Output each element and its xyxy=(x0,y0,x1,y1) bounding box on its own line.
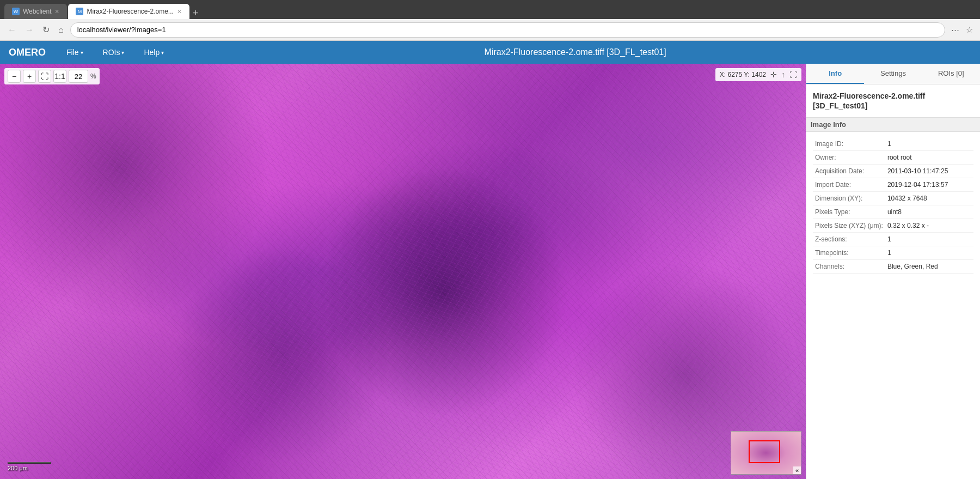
new-tab-button[interactable]: + xyxy=(193,8,199,19)
info-row: Pixels Type: uint8 xyxy=(813,205,973,219)
home-button[interactable]: ⌂ xyxy=(56,23,66,37)
nav-help-menu[interactable]: Help ▾ xyxy=(139,46,168,59)
back-button[interactable]: ← xyxy=(5,23,19,37)
panel-tabs: Info Settings ROIs [0] xyxy=(806,64,980,84)
app-navbar: OMERO File ▾ ROIs ▾ Help ▾ Mirax2-Fluore… xyxy=(0,41,980,64)
info-label-5: Pixels Type: xyxy=(813,205,885,219)
tab-close-iviewer[interactable]: ✕ xyxy=(177,8,182,15)
coord-display: X: 6275 Y: 1402 ✛ ↑ ⛶ xyxy=(715,68,801,81)
info-row: Timepoints: 1 xyxy=(813,246,973,260)
tab-info-label: Info xyxy=(829,69,842,77)
panel-content: Mirax2-Fluorescence-2.ome.tiff [3D_FL_te… xyxy=(806,84,980,479)
info-label-4: Dimension (XY): xyxy=(813,192,885,205)
info-row: Owner: root root xyxy=(813,151,973,165)
info-value-6: 0.32 x 0.32 x - xyxy=(885,219,973,233)
reload-button[interactable]: ↻ xyxy=(40,22,52,37)
nav-rois-label: ROIs xyxy=(103,48,120,57)
viewer-area[interactable]: − + ⛶ 1:1 % X: 6275 Y: 1402 ✛ ↑ ⛶ 200 μm xyxy=(0,64,806,479)
info-table: Image ID: 1 Owner: root root Acquisition… xyxy=(813,137,973,274)
info-label-2: Acquisition Date: xyxy=(813,165,885,178)
nav-file-menu[interactable]: File ▾ xyxy=(62,46,88,59)
info-value-8: 1 xyxy=(885,246,973,260)
tab-rois[interactable]: ROIs [0] xyxy=(922,64,980,84)
coord-text: X: 6275 Y: 1402 xyxy=(720,71,766,78)
app-logo: OMERO xyxy=(9,47,46,58)
app-title: Mirax2-Fluorescence-2.ome.tiff [3D_FL_te… xyxy=(179,47,971,57)
browser-tab-webclient[interactable]: W Webclient ✕ xyxy=(4,4,67,19)
scale-bar-label: 200 μm xyxy=(8,465,28,471)
info-value-7: 1 xyxy=(885,233,973,246)
arrow-up-icon[interactable]: ↑ xyxy=(781,70,785,79)
info-row: Channels: Blue, Green, Red xyxy=(813,260,973,274)
browser-tabs: W Webclient ✕ M Mirax2-Fluorescence-2.om… xyxy=(4,0,198,19)
info-label-7: Z-sections: xyxy=(813,233,885,246)
tab-rois-label: ROIs [0] xyxy=(938,69,964,77)
info-value-3: 2019-12-04 17:13:57 xyxy=(885,178,973,192)
info-label-6: Pixels Size (XYZ) (μm): xyxy=(813,219,885,233)
info-row: Import Date: 2019-12-04 17:13:57 xyxy=(813,178,973,192)
nav-rois-arrow: ▾ xyxy=(121,50,124,56)
nav-help-label: Help xyxy=(144,48,160,57)
info-label-1: Owner: xyxy=(813,151,885,165)
info-value-1: root root xyxy=(885,151,973,165)
info-value-0: 1 xyxy=(885,137,973,151)
minimap-viewport xyxy=(749,440,780,464)
fit-button[interactable]: ⛶ xyxy=(38,70,51,83)
info-label-0: Image ID: xyxy=(813,137,885,151)
info-value-5: uint8 xyxy=(885,205,973,219)
tab-favicon-webclient: W xyxy=(12,8,20,15)
info-label-3: Import Date: xyxy=(813,178,885,192)
tab-settings-label: Settings xyxy=(880,69,906,77)
tab-info[interactable]: Info xyxy=(806,64,864,84)
info-row: Z-sections: 1 xyxy=(813,233,973,246)
address-bar-row: ← → ↻ ⌂ ⋯ ☆ xyxy=(0,19,980,41)
minimap-collapse-button[interactable]: « xyxy=(793,466,801,474)
forward-button[interactable]: → xyxy=(23,23,36,37)
nav-rois-menu[interactable]: ROIs ▾ xyxy=(99,46,129,59)
info-label-8: Timepoints: xyxy=(813,246,885,260)
nav-file-label: File xyxy=(66,48,79,57)
image-title: Mirax2-Fluorescence-2.ome.tiff [3D_FL_te… xyxy=(813,91,973,111)
tab-close-webclient[interactable]: ✕ xyxy=(54,8,59,15)
minimap[interactable]: « xyxy=(731,431,801,475)
tab-settings[interactable]: Settings xyxy=(864,64,922,84)
scale-bar-line xyxy=(8,462,51,464)
nav-help-arrow: ▾ xyxy=(161,50,164,56)
main-content: − + ⛶ 1:1 % X: 6275 Y: 1402 ✛ ↑ ⛶ 200 μm xyxy=(0,64,980,479)
micro-fibers xyxy=(0,64,806,479)
address-input[interactable] xyxy=(70,22,945,38)
one-to-one-button[interactable]: 1:1 xyxy=(53,70,66,83)
browser-chrome: W Webclient ✕ M Mirax2-Fluorescence-2.om… xyxy=(0,0,980,19)
tab-label-iviewer: Mirax2-Fluorescence-2.ome... xyxy=(87,8,173,15)
bookmark-button[interactable]: ☆ xyxy=(964,23,975,37)
zoom-out-button[interactable]: − xyxy=(8,70,21,83)
nav-file-arrow: ▾ xyxy=(81,50,83,56)
browser-actions: ⋯ ☆ xyxy=(950,23,975,37)
info-value-2: 2011-03-10 11:47:25 xyxy=(885,165,973,178)
info-value-4: 10432 x 7648 xyxy=(885,192,973,205)
zoom-in-button[interactable]: + xyxy=(23,70,36,83)
viewer-toolbar: − + ⛶ 1:1 % xyxy=(4,68,100,84)
expand-icon[interactable]: ⛶ xyxy=(789,70,797,79)
info-row: Dimension (XY): 10432 x 7648 xyxy=(813,192,973,205)
zoom-input[interactable] xyxy=(69,70,88,83)
microscopy-image xyxy=(0,64,806,479)
tab-favicon-iviewer: M xyxy=(76,8,83,15)
scale-bar: 200 μm xyxy=(8,462,51,471)
right-panel: Info Settings ROIs [0] Mirax2-Fluorescen… xyxy=(806,64,980,479)
info-row: Acquisition Date: 2011-03-10 11:47:25 xyxy=(813,165,973,178)
zoom-unit: % xyxy=(90,72,96,80)
info-section-header: Image Info xyxy=(806,117,980,132)
extensions-button[interactable]: ⋯ xyxy=(950,23,961,37)
info-value-9: Blue, Green, Red xyxy=(885,260,973,274)
info-label-9: Channels: xyxy=(813,260,885,274)
info-row: Image ID: 1 xyxy=(813,137,973,151)
info-row: Pixels Size (XYZ) (μm): 0.32 x 0.32 x - xyxy=(813,219,973,233)
crosshair-icon[interactable]: ✛ xyxy=(770,70,777,79)
browser-tab-iviewer[interactable]: M Mirax2-Fluorescence-2.ome... ✕ xyxy=(68,4,189,19)
app-container: OMERO File ▾ ROIs ▾ Help ▾ Mirax2-Fluore… xyxy=(0,41,980,479)
tab-label-webclient: Webclient xyxy=(23,8,51,15)
